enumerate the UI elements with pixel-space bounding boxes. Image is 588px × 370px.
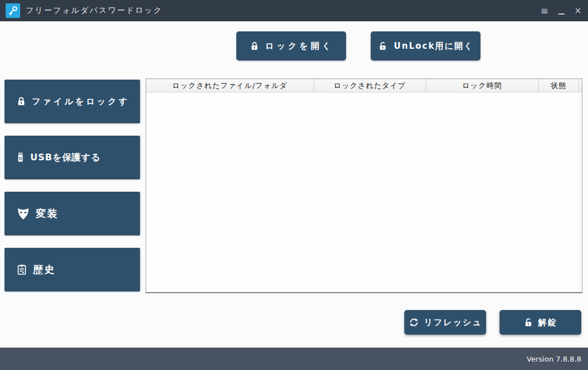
unlock-label: 解錠 xyxy=(538,317,558,328)
table-body[interactable] xyxy=(146,93,582,292)
window-title: フリーフォルダパスワードロック xyxy=(26,6,162,16)
sidebar-item-disguise[interactable]: 変装 xyxy=(4,192,140,235)
unlock-icon xyxy=(377,41,388,52)
sidebar-item-label: ファイルをロックす xyxy=(32,96,129,107)
version-label: Version 7.8.8.8 xyxy=(527,355,581,363)
sidebar-item-label: 変装 xyxy=(36,207,58,220)
scrollbar-track xyxy=(579,93,580,292)
close-icon[interactable]: × xyxy=(570,2,586,19)
key-icon xyxy=(7,5,18,16)
lock-icon xyxy=(16,96,27,107)
usb-icon xyxy=(16,152,25,163)
unlock-button[interactable]: 解錠 xyxy=(500,310,581,335)
column-header-locked-type[interactable]: ロックされたタイプ xyxy=(314,79,426,92)
column-header-filler xyxy=(579,79,582,92)
sidebar-item-label: 歴史 xyxy=(33,263,55,276)
refresh-label: リフレッシュ xyxy=(424,317,482,328)
statusbar: Version 7.8.8.8 xyxy=(0,348,588,370)
open-for-unlock-button[interactable]: UnLock用に開く xyxy=(371,31,480,61)
column-header-status[interactable]: 状態 xyxy=(539,79,579,92)
column-header-lock-time[interactable]: ロック時間 xyxy=(426,79,539,92)
refresh-icon xyxy=(408,317,419,328)
app-icon xyxy=(6,3,20,18)
minimize-icon[interactable] xyxy=(553,2,569,19)
sidebar-item-protect-usb[interactable]: USBを保護する xyxy=(4,136,140,179)
column-header-locked-file[interactable]: ロックされたファイル/フォルダ xyxy=(146,79,314,92)
history-icon xyxy=(16,263,28,276)
unlock-icon xyxy=(523,317,534,328)
open-for-unlock-label: UnLock用に開く xyxy=(394,41,473,52)
sidebar-item-lock-files[interactable]: ファイルをロックす xyxy=(4,80,140,123)
refresh-button[interactable]: リフレッシュ xyxy=(404,310,486,335)
menu-icon[interactable]: ≡ xyxy=(536,2,552,19)
open-for-lock-label: ロックを開く xyxy=(265,41,334,52)
lock-icon xyxy=(249,41,260,52)
window-controls: ≡ × xyxy=(536,2,586,19)
sidebar-item-label: USBを保護する xyxy=(30,152,101,164)
titlebar: フリーフォルダパスワードロック ≡ × xyxy=(0,0,588,21)
sidebar-item-history[interactable]: 歴史 xyxy=(4,248,140,292)
table-header-row: ロックされたファイル/フォルダ ロックされたタイプ ロック時間 状態 xyxy=(146,79,582,92)
open-for-lock-button[interactable]: ロックを開く xyxy=(236,31,346,61)
locked-items-table[interactable]: ロックされたファイル/フォルダ ロックされたタイプ ロック時間 状態 xyxy=(146,78,582,293)
mask-icon xyxy=(16,206,31,221)
